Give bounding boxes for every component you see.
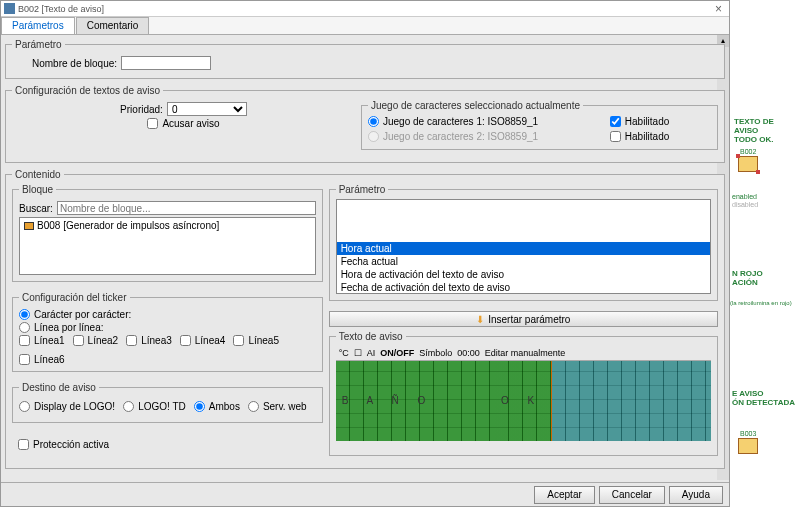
tool-onoff[interactable]: ON/OFF: [380, 348, 414, 358]
param-listbox[interactable]: Hora actualFecha actualHora de activació…: [336, 199, 711, 294]
function-block-b003[interactable]: [738, 438, 758, 454]
dest-label: Ambos: [209, 401, 240, 412]
search-input[interactable]: [57, 201, 316, 215]
block-list[interactable]: B008 [Generador de impulsos asíncrono]: [19, 217, 316, 275]
charset2-label: Juego de caracteres 2: ISO8859_1: [383, 131, 538, 142]
message-toolbar: °C ☐ AI ON/OFF Símbolo 00:00 Editar manu…: [336, 346, 711, 361]
legend: Bloque: [19, 184, 56, 195]
group-charset: Juego de caracteres seleccionado actualm…: [361, 100, 718, 150]
dest-radio[interactable]: [123, 401, 134, 412]
grid-left[interactable]: B A Ñ O: [336, 361, 495, 441]
titlebar: B002 [Texto de aviso] ×: [1, 1, 729, 17]
grid-mid[interactable]: O K: [495, 361, 551, 441]
group-config-textos: Configuración de textos de aviso Priorid…: [5, 85, 725, 163]
dialog-content: ▴ Parámetro Nombre de bloque: Configurac…: [1, 35, 729, 482]
block-id: B002: [740, 148, 756, 155]
tool-editar[interactable]: Editar manualmente: [485, 348, 566, 358]
tab-bar: Parámetros Comentario: [1, 17, 729, 35]
block-id: B003: [740, 430, 756, 437]
legend: Destino de aviso: [19, 382, 99, 393]
priority-select[interactable]: 0: [167, 102, 247, 116]
dest-label: Serv. web: [263, 401, 307, 412]
line-checkbox[interactable]: [73, 335, 84, 346]
priority-label: Prioridad:: [120, 104, 163, 115]
legend: Parámetro: [12, 39, 65, 50]
dest-radio[interactable]: [194, 401, 205, 412]
list-item[interactable]: B008 [Generador de impulsos asíncrono]: [20, 218, 315, 233]
charset1-label: Juego de caracteres 1: ISO8859_1: [383, 116, 538, 127]
dest-label: LOGO! TD: [138, 401, 186, 412]
group-destino: Destino de aviso Display de LOGO!LOGO! T…: [12, 382, 323, 423]
group-texto-aviso: Texto de aviso °C ☐ AI ON/OFF Símbolo 00…: [329, 331, 718, 456]
diagram-canvas[interactable]: TEXTO DE AVISOTODO OK. B002 enabled disa…: [730, 0, 800, 507]
dest-label: Display de LOGO!: [34, 401, 115, 412]
function-block-b002[interactable]: [738, 156, 758, 172]
dialog-window: B002 [Texto de aviso] × Parámetros Comen…: [0, 0, 730, 507]
legend: Configuración de textos de aviso: [12, 85, 163, 96]
grid-text: B A Ñ O: [336, 395, 495, 406]
search-label: Buscar:: [19, 203, 53, 214]
canvas-text: N ROJOACIÓN: [732, 270, 763, 288]
insert-param-button[interactable]: ⬇ Insertar parámetro: [329, 311, 718, 327]
tab-parametros[interactable]: Parámetros: [1, 17, 75, 34]
enabled-label: Habilitado: [625, 116, 669, 127]
arrow-down-icon: ⬇: [476, 314, 484, 325]
ok-button[interactable]: Aceptar: [534, 486, 594, 504]
disabled-text: disabled: [732, 201, 758, 208]
line-checkbox[interactable]: [126, 335, 137, 346]
proteccion-checkbox[interactable]: [18, 439, 29, 450]
cancel-button[interactable]: Cancelar: [599, 486, 665, 504]
canvas-text: E AVISOÓN DETECTADA: [732, 390, 795, 408]
charset2-radio[interactable]: [368, 131, 379, 142]
line-label: Línea2: [88, 335, 119, 346]
group-bloque: Bloque Buscar: B008 [Generador de impuls…: [12, 184, 323, 282]
grid-right[interactable]: [552, 361, 711, 441]
proteccion-label: Protección activa: [33, 439, 109, 450]
group-parametro: Parámetro Nombre de bloque:: [5, 39, 725, 79]
charset2-enabled[interactable]: [610, 131, 621, 142]
charset1-enabled[interactable]: [610, 116, 621, 127]
charset1-radio[interactable]: [368, 116, 379, 127]
canvas-hint: (la retroilumina en rojo): [730, 300, 792, 306]
dest-radio[interactable]: [248, 401, 259, 412]
line-checkbox[interactable]: [233, 335, 244, 346]
tool-degc[interactable]: °C: [339, 348, 349, 358]
canvas-text: TEXTO DE AVISOTODO OK.: [734, 118, 800, 144]
tool-simbolo[interactable]: Símbolo: [419, 348, 452, 358]
line-label: Línea6: [34, 354, 65, 365]
tool-ai[interactable]: AI: [367, 348, 376, 358]
tool-cursor[interactable]: ☐: [354, 348, 362, 358]
line-label: Línea3: [141, 335, 172, 346]
ticker-line-label: Línea por línea:: [34, 322, 104, 333]
legend: Texto de aviso: [336, 331, 406, 342]
tab-comentario[interactable]: Comentario: [76, 17, 150, 34]
line-label: Línea4: [195, 335, 226, 346]
message-grid[interactable]: B A Ñ O O K: [336, 361, 711, 441]
param-item[interactable]: Fecha actual: [337, 255, 710, 268]
ticker-line-radio[interactable]: [19, 322, 30, 333]
dest-radio[interactable]: [19, 401, 30, 412]
help-button[interactable]: Ayuda: [669, 486, 723, 504]
enabled-text: enabled: [732, 193, 757, 200]
grid-text: O K: [495, 395, 551, 406]
block-name-input[interactable]: [121, 56, 211, 70]
tool-time[interactable]: 00:00: [457, 348, 480, 358]
dialog-footer: Aceptar Cancelar Ayuda: [1, 482, 729, 506]
param-item[interactable]: Fecha de activación del texto de aviso: [337, 281, 710, 294]
ticker-char-label: Carácter por carácter:: [34, 309, 131, 320]
ack-checkbox[interactable]: [147, 118, 158, 129]
line-checkbox[interactable]: [19, 335, 30, 346]
param-item[interactable]: Hora actual: [337, 242, 710, 255]
legend: Contenido: [12, 169, 64, 180]
line-checkbox[interactable]: [19, 354, 30, 365]
ticker-char-radio[interactable]: [19, 309, 30, 320]
ack-label: Acusar aviso: [162, 118, 219, 129]
line-label: Línea5: [248, 335, 279, 346]
group-proteccion: Protección activa: [12, 433, 323, 456]
window-title: B002 [Texto de aviso]: [18, 4, 104, 14]
line-checkbox[interactable]: [180, 335, 191, 346]
group-contenido: Contenido Bloque Buscar: B008 [Generador…: [5, 169, 725, 469]
app-icon: [4, 3, 15, 14]
param-item[interactable]: Hora de activación del texto de aviso: [337, 268, 710, 281]
close-icon[interactable]: ×: [711, 2, 726, 16]
